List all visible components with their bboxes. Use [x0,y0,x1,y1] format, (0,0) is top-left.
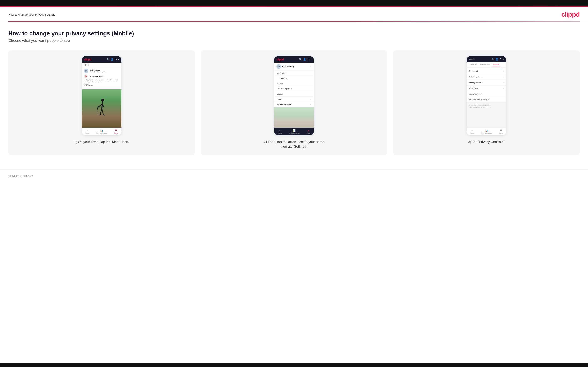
settings-item-data[interactable]: Data Integrations › [467,74,506,80]
user-icon-2[interactable]: 👤 [303,58,306,61]
menu-item-help[interactable]: Help & Support ↗ [274,86,314,92]
feed-label: Feed [82,63,121,67]
menu-item-profile[interactable]: My Profile [274,71,314,76]
service-label: Service & Privacy Policy ↗ [469,99,489,100]
bottom-performance-3[interactable]: 📊 My Performance [481,129,492,134]
step-2-phone: clippd 🔍 👤 ⊕ ▾ BM Blair McHarg [274,56,314,135]
back-button[interactable]: < Back [469,58,475,60]
step-1-phone: clippd 🔍 👤 ⊕ ▾ Feed BM Blair McHar [82,56,121,135]
privacy-label: Privacy Controls [469,82,483,83]
avatar: BM [84,69,88,73]
step-1-caption: 1) On your Feed, tap the 'Menu' icon. [74,140,129,144]
bottom-home-3[interactable]: ⌂ Home [470,129,474,134]
step2-performance[interactable]: 📊 My Performance [289,129,299,134]
menu-home-label: Home [277,98,282,100]
lesson-title: Lesson with Fordy [89,75,104,77]
main-content: How to change your privacy settings (Mob… [0,22,588,169]
svg-line-7 [99,115,100,115]
top-bar [0,0,588,6]
settings-icon-3[interactable]: ⊕ [500,58,502,60]
account-chevron: › [503,70,504,72]
menu-user-name: Blair McHarg [282,66,294,67]
golf-image [82,89,121,128]
menu-item-connections[interactable]: Connections [274,76,314,81]
performance-label-2: My Performance [289,133,299,134]
search-icon-2[interactable]: 🔍 [299,58,302,61]
svg-line-4 [97,108,98,114]
header: How to change your privacy settings clip… [0,7,588,21]
menu-section-performance[interactable]: My Performance ▾ [274,102,314,107]
bottom-performance[interactable]: 📊 My Performance [96,129,107,134]
home-icon-2: ⌂ [279,129,280,132]
chart-icon-2: 📊 [293,129,296,132]
home-label-2: Home [278,133,282,134]
menu-user-left: BM Blair McHarg [276,64,294,69]
step-3-card: < Back 🔍 👤 ⊕ ▾ My Profile Connections Se… [393,50,580,155]
step-2-card: clippd 🔍 👤 ⊕ ▾ BM Blair McHarg [201,50,387,155]
menu-help-label: Help & Support ↗ [277,88,292,90]
settings-version: Clippd Client Version: 2022.8.3-3 GQL Se… [467,102,506,110]
client-version: Clippd Client Version: 2022.8.3-3 [469,104,504,106]
menu-section-home[interactable]: Home ▾ [274,97,314,102]
step-1-card: clippd 🔍 👤 ⊕ ▾ Feed BM Blair McHar [8,50,195,155]
settings-back-bar: < Back 🔍 👤 ⊕ ▾ [467,56,506,62]
help-label: Help & Support ↗ [469,93,482,95]
phone-post: BM Blair McHarg Yesterday · Sunningdale … [82,67,121,89]
copyright: Copyright Clippd 2022 [8,175,33,177]
data-label: Data Integrations [469,76,482,78]
tab-settings[interactable]: Settings [491,62,501,67]
settings-item-golf-bag[interactable]: My Golf Bag › [467,86,506,92]
tab-connections[interactable]: Connections [479,62,491,67]
privacy-chevron: › [503,82,504,84]
steps-grid: clippd 🔍 👤 ⊕ ▾ Feed BM Blair McHar [8,50,580,155]
golf-bag-label: My Golf Bag [469,88,478,89]
bottom-menu-3[interactable]: ☰ Menu [499,129,503,134]
svg-line-5 [100,108,102,115]
svg-line-6 [102,108,104,115]
tab-my-profile[interactable]: My Profile [468,62,479,67]
settings-item-account[interactable]: My Account › [467,68,506,74]
menu-item-settings[interactable]: Settings [274,81,314,86]
chevron-icon[interactable]: ▾ [118,58,119,61]
user-icon-3[interactable]: 👤 [496,58,499,60]
settings-icon-2[interactable]: ⊕ [307,58,309,61]
step2-menu[interactable]: ✕ Menu [306,129,310,134]
settings-tabs: My Profile Connections Settings [467,62,506,67]
user-icon[interactable]: 👤 [111,58,114,61]
settings-item-help[interactable]: Help & Support ↗ [467,92,506,97]
chevron-icon-2[interactable]: ▾ [311,58,312,61]
search-icon[interactable]: 🔍 [107,58,110,61]
phone-bottom-nav-1: ⌂ Home 📊 My Performance ☰ Menu [82,128,121,135]
bottom-menu[interactable]: ☰ Menu [114,129,118,134]
home-icon: ⌂ [86,129,88,132]
phone-logo-2: clippd [276,58,284,61]
phone-logo-1: clippd [84,58,91,61]
golfer-silhouette [96,98,107,119]
menu-item-logout[interactable]: Logout [274,92,314,97]
phone-bottom-nav-2: ⌂ Home 📊 My Performance ✕ Menu [274,128,314,135]
server-version: GQL Server Version: 2022.7.30-1 [469,106,504,108]
page-title: How to change your privacy settings (Mob… [8,30,580,37]
settings-item-service[interactable]: Service & Privacy Policy ↗ [467,97,506,102]
menu-label-2: Menu [306,133,310,134]
duration-val: 01 hr : 30 min [84,85,119,86]
menu-overlay: BM Blair McHarg ▲ My Profile Connections… [274,63,314,107]
phone-nav-bar-1: clippd 🔍 👤 ⊕ ▾ [82,56,121,63]
menu-user-chevron[interactable]: ▲ [310,66,312,67]
phone-nav-icons-1: 🔍 👤 ⊕ ▾ [107,58,119,61]
home-icon-3: ⌂ [471,129,473,132]
account-label: My Account [469,70,478,72]
menu-label-3: Menu [499,133,503,134]
search-icon-3[interactable]: 🔍 [491,58,494,60]
performance-label-3: My Performance [481,133,492,134]
menu-profile-label: My Profile [277,72,285,74]
lesson-icon: 🎯 [84,75,88,78]
step-3-phone: < Back 🔍 👤 ⊕ ▾ My Profile Connections Se… [467,56,506,135]
settings-item-privacy[interactable]: Privacy Controls › [467,80,506,86]
step2-home[interactable]: ⌂ Home [278,129,282,134]
settings-icon[interactable]: ⊕ [115,58,117,61]
chevron-icon-3[interactable]: ▾ [503,58,504,60]
settings-list: My Account › Data Integrations › Privacy… [467,67,506,128]
bottom-home[interactable]: ⌂ Home [85,129,89,134]
menu-user-row[interactable]: BM Blair McHarg ▲ [274,63,314,71]
